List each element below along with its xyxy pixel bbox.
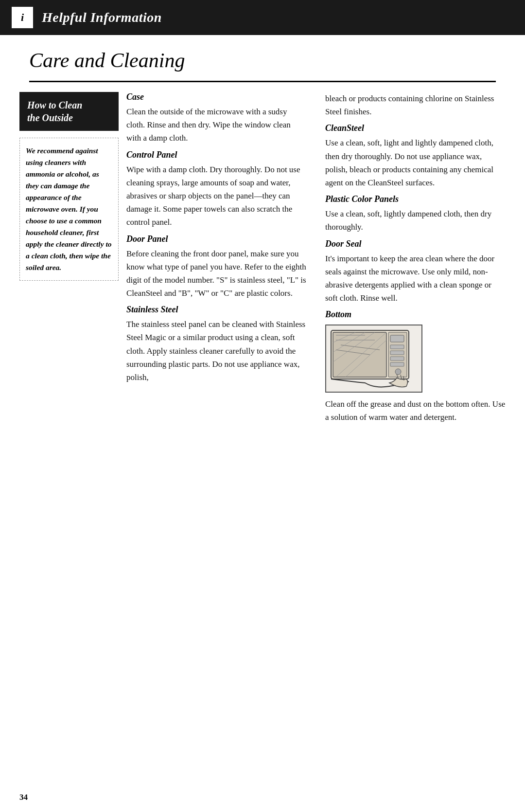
section-plastic-color-panels-body: Use a clean, soft, lightly dampened clot… (325, 207, 506, 234)
svg-rect-12 (390, 335, 404, 342)
section-case: Case Clean the outside of the microwave … (126, 92, 307, 145)
section-bottom-body: Clean off the grease and dust on the bot… (325, 397, 506, 424)
section-stainless-steel-header: Stainless Steel (126, 305, 307, 315)
section-door-seal-header: Door Seal (325, 239, 506, 249)
section-door-panel-body: Before cleaning the front door panel, ma… (126, 247, 307, 300)
section-case-header: Case (126, 92, 307, 102)
svg-rect-15 (390, 357, 404, 361)
svg-rect-14 (390, 351, 404, 355)
svg-rect-13 (390, 345, 404, 349)
content-area: How to Cleanthe Outside We recommend aga… (0, 82, 525, 449)
header-bar: i Helpful Information (0, 0, 525, 35)
svg-point-17 (395, 369, 401, 375)
section-door-panel: Door Panel Before cleaning the front doo… (126, 234, 307, 300)
svg-rect-16 (390, 362, 404, 366)
section-header: How to Cleanthe Outside (19, 92, 119, 131)
col-right: bleach or products containing chlorine o… (320, 92, 506, 429)
section-bottom-header: Bottom (325, 309, 506, 320)
section-clean-steel-body: Use a clean, soft, light and lightly dam… (325, 136, 506, 189)
section-stainless-steel-body: The stainless steel panel can be cleaned… (126, 318, 307, 384)
section-door-panel-header: Door Panel (126, 234, 307, 244)
section-plastic-color-panels: Plastic Color Panels Use a clean, soft, … (325, 194, 506, 234)
header-icon-label: i (21, 11, 24, 24)
section-clean-steel-header: CleanSteel (325, 123, 506, 133)
page-title: Care and Cleaning (0, 35, 525, 81)
section-stainless-steel: Stainless Steel The stainless steel pane… (126, 305, 307, 384)
sidebar: How to Cleanthe Outside We recommend aga… (19, 82, 126, 429)
header-title: Helpful Information (42, 10, 162, 25)
col-left: Case Clean the outside of the microwave … (126, 92, 320, 429)
warning-box: We recommend against using cleaners with… (19, 138, 119, 281)
section-door-seal-body: It's important to keep the area clean wh… (325, 252, 506, 305)
section-control-panel-header: Control Panel (126, 150, 307, 160)
section-control-panel-body: Wipe with a damp cloth. Dry thoroughly. … (126, 163, 307, 229)
microwave-illustration (325, 325, 422, 393)
section-control-panel: Control Panel Wipe with a damp cloth. Dr… (126, 150, 307, 229)
page-number: 34 (19, 793, 28, 802)
microwave-svg (326, 325, 421, 392)
stainless-steel-continued: bleach or products containing chlorine o… (325, 92, 506, 118)
section-clean-steel: CleanSteel Use a clean, soft, light and … (325, 123, 506, 189)
section-plastic-color-panels-header: Plastic Color Panels (325, 194, 506, 204)
warning-text: We recommend against using cleaners with… (26, 146, 112, 271)
header-icon: i (12, 7, 33, 28)
section-door-seal: Door Seal It's important to keep the are… (325, 239, 506, 305)
section-case-body: Clean the outside of the microwave with … (126, 105, 307, 145)
section-bottom: Bottom (325, 309, 506, 424)
main-body: Case Clean the outside of the microwave … (126, 82, 506, 429)
